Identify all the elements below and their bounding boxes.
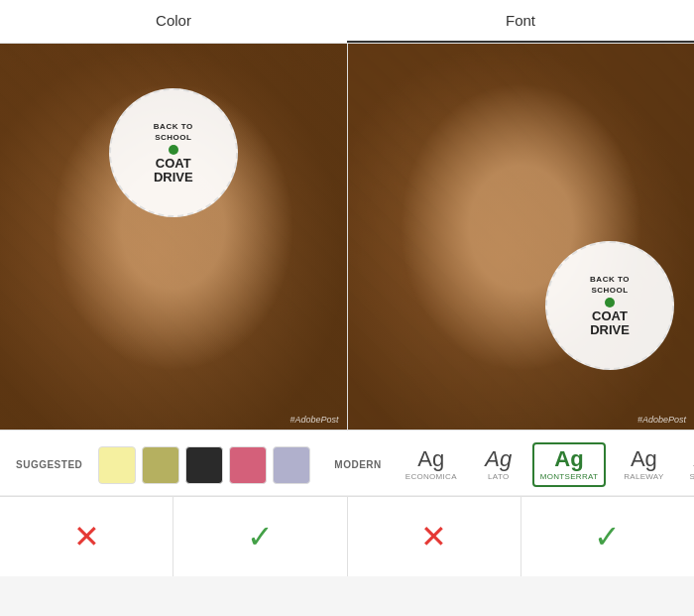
action-reject-right[interactable]: ✕ xyxy=(348,497,521,576)
swatch-lavender[interactable] xyxy=(273,446,310,484)
font-option-montserrat[interactable]: Ag MONTSERRAT xyxy=(532,442,606,487)
tab-color-label: Color xyxy=(156,12,191,29)
action-accept-right[interactable]: ✓ xyxy=(521,497,694,576)
font-name-source: SOURCE xyxy=(690,472,694,481)
badge-left-line3: COAT xyxy=(156,157,191,171)
swatch-pink[interactable] xyxy=(229,446,267,484)
font-name-lato: LATO xyxy=(488,472,509,481)
badge-right-line4: DRIVE xyxy=(590,323,630,337)
tab-font[interactable]: Font xyxy=(347,0,694,43)
font-ag-montserrat: Ag xyxy=(554,448,583,470)
font-options: Ag ECONOMICA Ag LATO Ag MONTSERRAT Ag RA… xyxy=(398,442,694,487)
action-accept-left[interactable]: ✓ xyxy=(174,497,347,576)
controls-section: SUGGESTED MODERN Ag ECONOMICA Ag LATO Ag… xyxy=(0,431,694,496)
badge-left-line1: BACK TO xyxy=(154,121,193,132)
reject-right-icon: ✕ xyxy=(420,521,447,553)
badge-left: BACK TO SCHOOL COAT DRIVE xyxy=(109,88,238,217)
watermark-left: #AdobePost xyxy=(289,415,338,425)
accept-left-icon: ✓ xyxy=(247,521,274,553)
action-row: ✕ ✓ ✕ ✓ xyxy=(0,497,694,576)
header-tabs: Color Font xyxy=(0,0,694,44)
controls-row: SUGGESTED MODERN Ag ECONOMICA Ag LATO Ag… xyxy=(16,442,678,487)
color-swatches xyxy=(98,446,310,484)
badge-left-line2: SCHOOL xyxy=(155,132,191,143)
swatch-yellow[interactable] xyxy=(98,446,136,484)
font-name-economica: ECONOMICA xyxy=(405,472,457,481)
image-panel-left: BACK TO SCHOOL COAT DRIVE #AdobePost xyxy=(0,44,347,430)
tab-font-label: Font xyxy=(506,12,535,29)
font-ag-raleway: Ag xyxy=(631,448,657,470)
image-section: BACK TO SCHOOL COAT DRIVE #AdobePost BAC… xyxy=(0,44,694,431)
tab-color[interactable]: Color xyxy=(0,0,347,43)
font-ag-lato: Ag xyxy=(485,448,512,470)
font-option-lato[interactable]: Ag LATO xyxy=(475,442,522,487)
font-option-economica[interactable]: Ag ECONOMICA xyxy=(398,442,465,487)
image-panel-right: BACK TO SCHOOL COAT DRIVE #AdobePost xyxy=(347,44,695,430)
badge-right-line1: BACK TO xyxy=(590,274,630,285)
badge-right: BACK TO SCHOOL COAT DRIVE xyxy=(545,241,674,370)
badge-right-dot xyxy=(605,298,615,308)
font-option-raleway[interactable]: Ag RALEWAY xyxy=(616,442,671,487)
badge-right-line3: COAT xyxy=(592,309,628,323)
font-ag-economica: Ag xyxy=(417,448,444,470)
badge-right-line2: SCHOOL xyxy=(591,285,628,296)
color-section-label: SUGGESTED xyxy=(16,459,82,470)
photo-right: BACK TO SCHOOL COAT DRIVE #AdobePost xyxy=(348,44,695,430)
swatch-olive[interactable] xyxy=(142,446,179,484)
badge-left-line4: DRIVE xyxy=(154,171,193,185)
accept-right-icon: ✓ xyxy=(594,521,621,553)
badge-left-dot xyxy=(169,145,178,155)
font-name-raleway: RALEWAY xyxy=(624,472,663,481)
font-option-source[interactable]: Ag SOURCE xyxy=(682,442,694,487)
watermark-right: #AdobePost xyxy=(637,415,686,425)
action-reject-left[interactable]: ✕ xyxy=(0,497,174,576)
font-name-montserrat: MONTSERRAT xyxy=(540,472,598,481)
font-section-label: MODERN xyxy=(334,459,381,470)
reject-left-icon: ✕ xyxy=(73,521,100,553)
photo-left: BACK TO SCHOOL COAT DRIVE #AdobePost xyxy=(0,44,347,430)
swatch-dark[interactable] xyxy=(185,446,223,484)
